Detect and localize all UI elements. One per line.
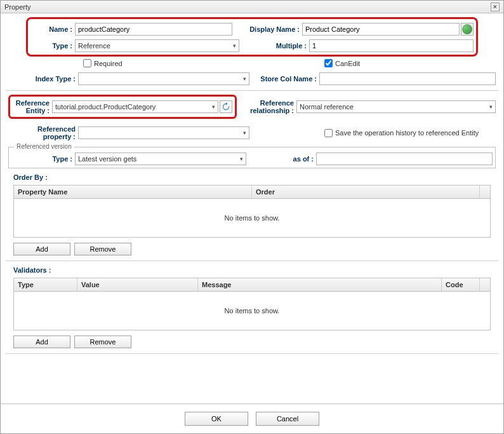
chevron-down-icon: ▾ [243, 130, 246, 136]
ref-relationship-label: Reference relationship : [237, 99, 296, 114]
canedit-checkbox-label[interactable]: CanEdit [324, 59, 360, 67]
validators-col-spacer [480, 278, 490, 291]
orderby-grid: Property Name Order No items to show. [13, 185, 491, 238]
window-title: Property [4, 3, 31, 11]
orderby-grid-body: No items to show. [14, 199, 490, 237]
titlebar: Property ✕ [1, 1, 503, 13]
save-history-label[interactable]: Save the operation history to referenced… [324, 129, 479, 137]
dialog-content: Name : Display Name : Type : Reference ▾… [1, 13, 503, 403]
orderby-col-propertyname[interactable]: Property Name [14, 186, 252, 198]
rv-type-value: Latest version gets [78, 155, 136, 163]
orderby-grid-header: Property Name Order [14, 186, 490, 199]
ref-property-label: Referenced property : [8, 125, 78, 140]
orderby-col-spacer [480, 186, 490, 198]
chevron-down-icon: ▾ [243, 76, 246, 82]
chevron-down-icon: ▾ [212, 104, 215, 110]
orderby-empty-text: No items to show. [225, 214, 280, 222]
refresh-button[interactable] [220, 100, 232, 113]
store-col-name-label: Store Col Name : [249, 75, 319, 83]
divider [6, 261, 498, 261]
close-button[interactable]: ✕ [491, 3, 500, 11]
validators-label: Validators : [13, 266, 503, 274]
referenced-version-legend: Referenced version [14, 143, 74, 150]
validators-col-value[interactable]: Value [77, 278, 198, 291]
rv-asof-input[interactable] [316, 153, 493, 165]
multiple-input[interactable] [309, 39, 474, 52]
orderby-buttons: Add Remove [13, 243, 503, 255]
ref-entity-highlight: Reference Entity : tutorial.product.Prod… [8, 95, 237, 119]
type-select[interactable]: Reference ▾ [75, 39, 239, 52]
globe-button[interactable] [461, 23, 474, 36]
name-label: Name : [30, 25, 75, 33]
referenced-version-fieldset: Referenced version Type : Latest version… [8, 147, 496, 168]
validators-grid-body: No items to show. [14, 292, 490, 330]
refresh-icon [222, 102, 230, 111]
index-type-select[interactable]: ▾ [78, 72, 249, 85]
ref-entity-select[interactable]: tutorial.product.ProductCategory ▾ [52, 100, 218, 113]
canedit-checkbox[interactable] [324, 59, 333, 67]
save-history-checkbox[interactable] [324, 129, 333, 137]
dialog-footer: OK Cancel [1, 403, 503, 433]
ref-property-select[interactable]: ▾ [78, 126, 249, 139]
multiple-label: Multiple : [239, 42, 309, 50]
chevron-down-icon: ▾ [233, 43, 236, 49]
globe-icon [462, 24, 472, 34]
validators-add-button[interactable]: Add [13, 336, 70, 348]
main-fields-highlight: Name : Display Name : Type : Reference ▾… [26, 17, 478, 57]
canedit-text: CanEdit [335, 60, 360, 67]
orderby-label: Order By : [13, 173, 503, 181]
type-value: Reference [78, 42, 110, 50]
name-input[interactable] [75, 23, 232, 36]
validators-col-type[interactable]: Type [14, 278, 77, 291]
chevron-down-icon: ▾ [489, 104, 493, 110]
required-text: Required [94, 60, 123, 67]
save-history-text: Save the operation history to referenced… [335, 129, 479, 137]
type-label: Type : [30, 42, 75, 50]
store-col-name-input[interactable] [319, 72, 496, 85]
required-checkbox[interactable] [83, 59, 91, 67]
required-checkbox-label[interactable]: Required [83, 59, 255, 67]
validators-grid-header: Type Value Message Code [14, 278, 490, 292]
divider [6, 90, 498, 91]
orderby-add-button[interactable]: Add [13, 243, 70, 255]
ok-button[interactable]: OK [185, 412, 248, 426]
validators-buttons: Add Remove [13, 336, 503, 348]
ref-relationship-value: Normal reference [300, 103, 354, 111]
validators-grid: Type Value Message Code No items to show… [13, 278, 491, 330]
index-type-label: Index Type : [8, 75, 78, 83]
display-name-label: Display Name : [232, 25, 302, 33]
orderby-remove-button[interactable]: Remove [74, 243, 131, 255]
validators-col-code[interactable]: Code [442, 278, 480, 291]
rv-type-label: Type : [11, 155, 75, 163]
validators-remove-button[interactable]: Remove [74, 336, 131, 348]
divider [6, 353, 498, 354]
ref-entity-value: tutorial.product.ProductCategory [55, 103, 156, 111]
ref-relationship-select[interactable]: Normal reference ▾ [296, 100, 496, 113]
validators-col-message[interactable]: Message [198, 278, 442, 291]
rv-asof-label: as of : [246, 155, 316, 163]
chevron-down-icon: ▾ [240, 156, 243, 162]
ref-entity-label: Reference Entity : [13, 99, 52, 114]
orderby-col-order[interactable]: Order [252, 186, 480, 198]
rv-type-select[interactable]: Latest version gets ▾ [75, 153, 246, 165]
validators-empty-text: No items to show. [225, 307, 280, 315]
cancel-button[interactable]: Cancel [256, 412, 319, 426]
property-dialog: Property ✕ Name : Display Name : Type : … [0, 0, 504, 434]
display-name-input[interactable] [302, 23, 460, 36]
